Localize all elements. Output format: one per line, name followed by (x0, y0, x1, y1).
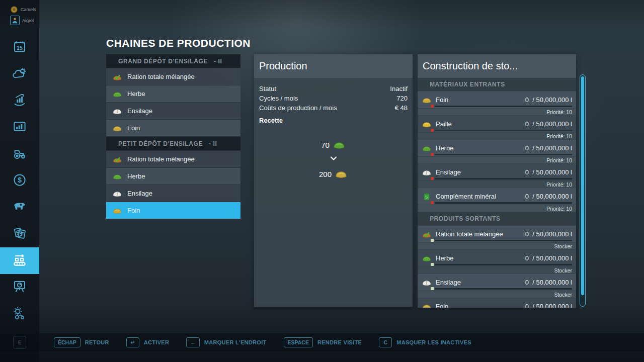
production-list-item-ensilage[interactable]: Ensilage (106, 185, 240, 202)
sidebar-item-prices[interactable] (0, 87, 39, 114)
fill-marker (431, 239, 434, 242)
weather-icon (12, 66, 27, 83)
recipe-input: 70 (321, 138, 346, 151)
silage-icon (422, 278, 432, 288)
fill-level-value: 0 / 50,000,000 l (525, 168, 572, 176)
sidebar-item-weather[interactable] (0, 61, 39, 87)
scrollbar-thumb[interactable] (581, 76, 584, 295)
storage-row-foin[interactable]: Foin0 / 50,000,000 l (418, 92, 576, 108)
fill-marker (431, 287, 434, 290)
sidebar-item-statistics[interactable] (0, 114, 39, 141)
item-label: Ration totale mélangée (127, 73, 195, 80)
fill-progress-bar (435, 178, 572, 179)
production-list-item-foin[interactable]: Foin (106, 120, 240, 136)
recipe-output: 200 (319, 167, 348, 180)
storage-section-header: MATÉRIAUX ENTRANTS (418, 78, 576, 91)
fill-marker (431, 201, 434, 204)
fill-progress-bar (435, 106, 572, 107)
grass-icon (112, 89, 122, 99)
item-label: Herbe (127, 172, 145, 180)
fill-type-label: Ensilage (436, 279, 525, 286)
top-left-hud: CamelsAigrel (10, 6, 36, 25)
storage-row-compl-ment-min-ral[interactable]: Complément minéral0 / 50,000,000 l (418, 188, 576, 205)
storage-row-ration-totale-m-lang-e[interactable]: Ration totale mélangée0 / 50,000,000 l (418, 226, 576, 242)
key-cap: ÉCHAP (54, 337, 80, 347)
section-suffix: - II (209, 140, 217, 147)
storage-row-foin[interactable]: Foin0 / 50,000,000 l (418, 298, 576, 308)
production-section-header: PETIT DÉPÔT D'ENSILAGE- II (106, 137, 240, 150)
grass-icon (422, 143, 432, 153)
production-list-item-ensilage[interactable]: Ensilage (106, 103, 240, 119)
section-title: PETIT DÉPÔT D'ENSILAGE (118, 140, 203, 147)
key-hint-marquer-l-endroit[interactable]: ←MARQUER L'ENDROIT (186, 337, 266, 347)
storage-row-sub[interactable]: Priorité: 10 (418, 157, 576, 163)
sidebar-item-animals[interactable] (0, 194, 39, 221)
storage-row-herbe[interactable]: Herbe0 / 50,000,000 l (418, 250, 576, 266)
hud-item: Aigrel (10, 16, 36, 25)
recipe-input-amount: 70 (321, 141, 330, 149)
stat-value: € 48 (395, 103, 408, 113)
item-label: Ration totale mélangée (127, 155, 195, 163)
fill-type-label: Ensilage (436, 168, 525, 176)
storage-row-sub[interactable]: Priorité: 10 (418, 109, 576, 115)
key-hint-masquer-les-inactives[interactable]: CMASQUER LES INACTIVES (379, 337, 471, 347)
fill-progress-bar (435, 202, 572, 204)
fill-progress-bar (435, 130, 572, 131)
production-list-item-foin[interactable]: Foin (106, 202, 240, 219)
storage-row-sub[interactable]: Stocker (418, 243, 576, 249)
scrollbar[interactable] (580, 74, 586, 307)
recipe-label: Recette (259, 117, 413, 124)
sidebar-item-maintenance[interactable] (0, 301, 39, 327)
recipe: 70 200 (254, 138, 413, 180)
storage-row-ensilage[interactable]: Ensilage0 / 50,000,000 l (418, 164, 576, 180)
key-hint-activer[interactable]: ↵ACTIVER (126, 337, 169, 347)
key-hint-retour[interactable]: ÉCHAPRETOUR (54, 337, 109, 347)
production-list-item-herbe[interactable]: Herbe (106, 168, 240, 185)
fill-marker (431, 105, 434, 108)
storage-row-sub[interactable]: Priorité: 10 (418, 205, 576, 212)
key-cap: ← (186, 337, 200, 347)
svg-text:$: $ (18, 176, 22, 184)
production-list-item-herbe[interactable]: Herbe (106, 85, 240, 102)
key-cap: ↵ (126, 337, 139, 347)
sidebar-item-calendar[interactable]: 15 (0, 34, 39, 61)
storage-row-sub[interactable]: Priorité: 10 (418, 181, 576, 188)
hay-icon (335, 167, 348, 180)
stat-value: Inactif (390, 84, 408, 94)
fill-progress-bar (435, 154, 572, 155)
fill-level-value: 0 / 50,000,000 l (525, 144, 572, 152)
production-panel-header: Production (254, 54, 413, 78)
fill-marker (431, 263, 434, 266)
fill-type-label: Complément minéral (436, 193, 525, 200)
prices-icon (12, 93, 27, 110)
stat-row: StatutInactif (259, 84, 408, 94)
sidebar-item-vehicles[interactable] (0, 141, 39, 167)
storage-section-header: PRODUITS SORTANTS (418, 212, 576, 225)
key-cap: C (379, 337, 392, 347)
storage-row-paille[interactable]: Paille0 / 50,000,000 l (418, 116, 576, 132)
fill-type-label: Ration totale mélangée (436, 230, 525, 238)
fill-level-value: 0 / 50,000,000 l (525, 230, 572, 238)
key-hint-rendre-visite[interactable]: ESPACERENDRE VISITE (284, 337, 362, 347)
svg-text:15: 15 (17, 44, 23, 50)
storage-row-sub[interactable]: Stocker (418, 267, 576, 274)
sidebar-item-production-chains[interactable] (0, 247, 39, 274)
production-list-item-ration-totale-m-lang-e[interactable]: Ration totale mélangée (106, 68, 240, 85)
storage-row-herbe[interactable]: Herbe0 / 50,000,000 l (418, 140, 576, 156)
storage-row-ensilage[interactable]: Ensilage0 / 50,000,000 l (418, 274, 576, 291)
key-hint-label: MARQUER L'ENDROIT (204, 339, 267, 345)
production-list-item-ration-totale-m-lang-e[interactable]: Ration totale mélangée (106, 151, 240, 167)
sidebar-item-map-board[interactable] (0, 274, 39, 301)
sidebar-item-contracts[interactable] (0, 221, 39, 247)
storage-row-sub[interactable]: Priorité: 10 (418, 133, 576, 139)
grass-icon (112, 171, 122, 182)
production-panel-title: Production (259, 60, 307, 72)
finances-icon: $ (12, 172, 27, 190)
storage-row-sub[interactable]: Stocker (418, 291, 576, 298)
grass-icon (422, 253, 432, 263)
stat-label: Coûts de production / mois (259, 103, 337, 113)
silage-icon (112, 106, 122, 116)
fill-marker (431, 177, 434, 180)
fill-level-value: 0 / 50,000,000 l (525, 193, 572, 200)
sidebar-item-finances[interactable]: $ (0, 167, 39, 194)
